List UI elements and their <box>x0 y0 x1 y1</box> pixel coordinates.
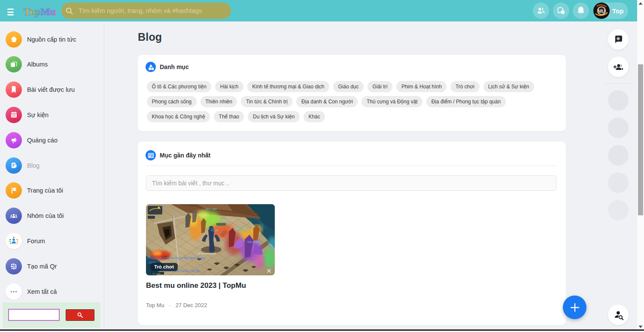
svg-text:MU: MU <box>598 9 605 14</box>
svg-text:Cr_jIB: Cr_jIB <box>211 229 219 232</box>
svg-text:TopMu: TopMu <box>24 6 56 17</box>
svg-text:MC_thine: MC_thine <box>218 219 229 222</box>
svg-text:AGswnwkkxhd9: AGswnwkkxhd9 <box>197 252 216 255</box>
svg-text:GM_HelpU: GM_HelpU <box>247 241 260 243</box>
svg-text:BL_hcjzi: BL_hcjzi <box>237 227 247 229</box>
svg-text:ELF_hipz: ELF_hipz <box>206 208 217 210</box>
svg-text:vt ba st lrvct lnvnl Gia nce f: vt ba st lrvct lnvnl Gia nce fw 3fg7 i5m… <box>147 257 206 260</box>
svg-text:34.1V44: 34.1V44 <box>152 272 161 275</box>
